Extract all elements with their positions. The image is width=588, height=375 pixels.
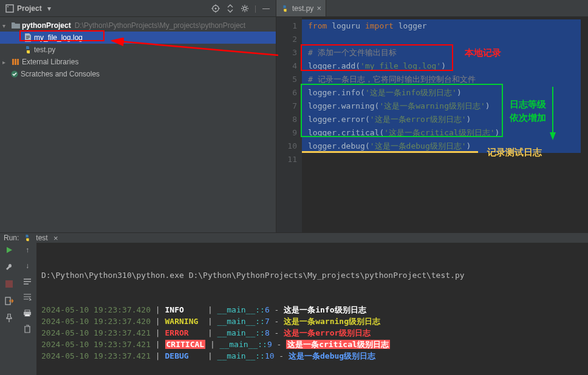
scratches-label: Scratches and Consoles — [21, 70, 100, 78]
run-toolbar-left — [0, 243, 18, 375]
annotation-red-box-code — [301, 44, 453, 71]
svg-rect-21 — [25, 310, 30, 312]
log-line: 2024-05-10 19:23:37.420 | INFO | __main_… — [41, 304, 583, 316]
code-content[interactable]: from loguru import logger # 添加一个文件输出目标 l… — [302, 17, 588, 232]
svg-rect-14 — [17, 59, 19, 65]
tab-label: test.py — [292, 4, 313, 13]
root-name: pythonProject — [22, 21, 71, 30]
tree-scratches[interactable]: Scratches and Consoles — [0, 68, 276, 80]
wrench-icon[interactable] — [4, 262, 14, 272]
log-line: 2024-05-10 19:23:37.421 | ERROR | __main… — [41, 327, 583, 339]
scroll-end-icon[interactable] — [22, 292, 32, 302]
project-icon — [5, 4, 15, 13]
log-line: 2024-05-10 19:23:37.420 | WARNING | __ma… — [41, 316, 583, 327]
annotation-level1: 日志等级 — [510, 98, 546, 111]
annotation-green-arrow — [549, 87, 557, 141]
softwrap-icon[interactable] — [22, 277, 32, 286]
stop-icon[interactable] — [4, 279, 14, 289]
run-label: Run: — [4, 234, 19, 242]
folder-icon — [11, 21, 21, 30]
annotation-level2: 依次增加 — [510, 111, 546, 124]
svg-rect-12 — [12, 59, 14, 65]
annotation-record-log: 记录测试日志 — [487, 146, 542, 159]
python-file-icon — [280, 4, 290, 13]
svg-point-1 — [7, 6, 9, 7]
project-pane: Project ▾ | — ▾ pythonProject D:\Python\… — [0, 0, 276, 232]
annotation-yellow-underline — [302, 151, 478, 153]
svg-rect-18 — [5, 280, 13, 288]
close-icon[interactable]: × — [53, 233, 59, 243]
run-config-name[interactable]: test — [36, 234, 47, 242]
ext-lib-label: External Libraries — [22, 58, 78, 66]
library-icon — [11, 57, 21, 67]
tree-root[interactable]: ▾ pythonProject D:\Python\PythonProjects… — [0, 19, 276, 32]
project-pane-title: Project — [17, 4, 42, 13]
run-toolbar-left2: ↑ ↓ — [18, 243, 36, 375]
trash-icon[interactable] — [22, 324, 32, 334]
close-icon[interactable]: × — [316, 4, 322, 13]
run-cmd-line: D:\Python\Python310\python.exe D:\Python… — [41, 269, 583, 281]
expand-all-icon[interactable] — [225, 4, 235, 13]
svg-point-8 — [243, 7, 246, 10]
log-line: 2024-05-10 19:23:37.421 | CRITICAL | __m… — [41, 339, 583, 350]
run-header: Run: test × — [0, 233, 588, 243]
exit-icon[interactable] — [4, 296, 14, 306]
annotation-green-box — [301, 84, 503, 137]
scratch-icon — [10, 69, 19, 79]
rerun-icon[interactable] — [4, 245, 14, 255]
annotation-local-record: 本地记录 — [465, 46, 501, 59]
pin-icon[interactable] — [4, 313, 14, 323]
dropdown-icon[interactable]: ▾ — [44, 4, 54, 13]
annotation-red-arrow — [108, 38, 281, 58]
print-icon[interactable] — [22, 308, 32, 318]
down-icon[interactable]: ↓ — [22, 261, 32, 271]
log-line: 2024-05-10 19:23:37.421 | DEBUG | __main… — [41, 350, 583, 362]
python-icon — [22, 233, 32, 243]
editor-pane: test.py × 1234567891011 from loguru impo… — [276, 0, 588, 232]
up-icon[interactable]: ↑ — [22, 245, 32, 255]
run-output[interactable]: D:\Python\Python310\python.exe D:\Python… — [36, 243, 588, 375]
root-path: D:\Python\PythonProjects\My_projects\pyt… — [75, 21, 245, 30]
project-pane-header: Project ▾ | — — [0, 0, 276, 17]
svg-rect-22 — [25, 314, 30, 316]
run-panel: Run: test × ↑ ↓ D:\Python\Python310\pyth… — [0, 232, 588, 373]
python-file-icon — [23, 45, 33, 55]
annotation-red-box-file — [19, 30, 104, 41]
editor-tabs: test.py × — [276, 0, 588, 17]
svg-rect-13 — [15, 59, 16, 65]
hide-icon[interactable]: — — [261, 4, 271, 13]
svg-line-17 — [112, 41, 278, 55]
gear-icon[interactable] — [240, 4, 250, 13]
file-py-label: test.py — [34, 46, 55, 54]
svg-rect-0 — [6, 5, 13, 12]
code-editor[interactable]: 1234567891011 from loguru import logger … — [276, 17, 588, 232]
locate-icon[interactable] — [211, 4, 220, 13]
svg-point-3 — [214, 7, 216, 9]
tab-testpy[interactable]: test.py × — [276, 0, 326, 16]
